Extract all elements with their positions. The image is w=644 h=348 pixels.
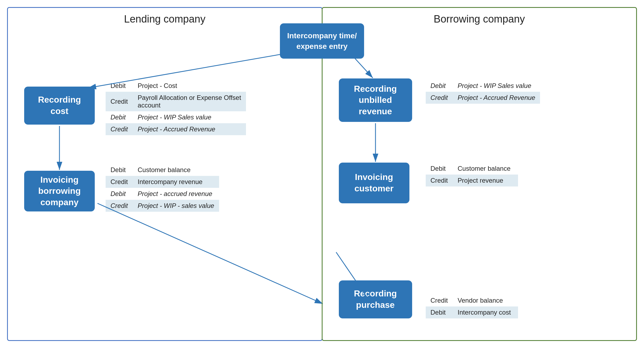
borrowing-table-unbilled: Debit Project - WIP Sales value Credit P… — [426, 80, 540, 104]
intercompany-box: Intercompany time/ expense entry — [280, 23, 364, 59]
table-row: Credit Project revenue — [426, 175, 518, 186]
borrowing-section: Borrowing company Recording unbilled rev… — [322, 7, 637, 341]
table-row: Debit Project - WIP Sales value — [426, 80, 540, 92]
borrowing-table-purchase: Credit Vendor balance Debit Intercompany… — [426, 295, 518, 318]
table-row: Credit Project - Accrued Revenue — [106, 123, 246, 135]
table-row: Credit Project - Accrued Revenue — [426, 92, 540, 104]
lending-table1: Debit Project - Cost Credit Payroll Allo… — [106, 80, 246, 135]
borrowing-table-invoicing: Debit Customer balance Credit Project re… — [426, 163, 518, 186]
lending-table2: Debit Customer balance Credit Intercompa… — [106, 164, 219, 212]
main-container: Lending company Recording cost Debit Pro… — [7, 7, 637, 341]
recording-purchase-box: Recording purchase — [339, 280, 412, 318]
table-row: Debit Customer balance — [426, 163, 518, 175]
invoicing-borrowing-box: Invoicing borrowing company — [24, 171, 95, 211]
table-row: Debit Project - WIP Sales value — [106, 111, 246, 123]
lending-section: Lending company Recording cost Debit Pro… — [7, 7, 323, 341]
table-row: Credit Vendor balance — [426, 295, 518, 306]
borrowing-title: Borrowing company — [323, 8, 636, 28]
table-row: Debit Project - accrued revenue — [106, 188, 219, 200]
table-row: Credit Intercompany revenue — [106, 176, 219, 188]
table-row: Credit Payroll Allocation or Expense Off… — [106, 92, 246, 111]
recording-unbilled-box: Recording unbilled revenue — [339, 78, 412, 122]
table-row: Debit Project - Cost — [106, 80, 246, 92]
table-row: Credit Project - WIP - sales value — [106, 200, 219, 212]
table-row: Debit Intercompany cost — [426, 306, 518, 318]
lending-title: Lending company — [8, 8, 322, 28]
table-row: Debit Customer balance — [106, 164, 219, 176]
invoicing-customer-box: Invoicing customer — [339, 163, 409, 203]
arrow-invoicing-to-purchase — [97, 203, 323, 304]
recording-cost-box: Recording cost — [24, 87, 95, 125]
